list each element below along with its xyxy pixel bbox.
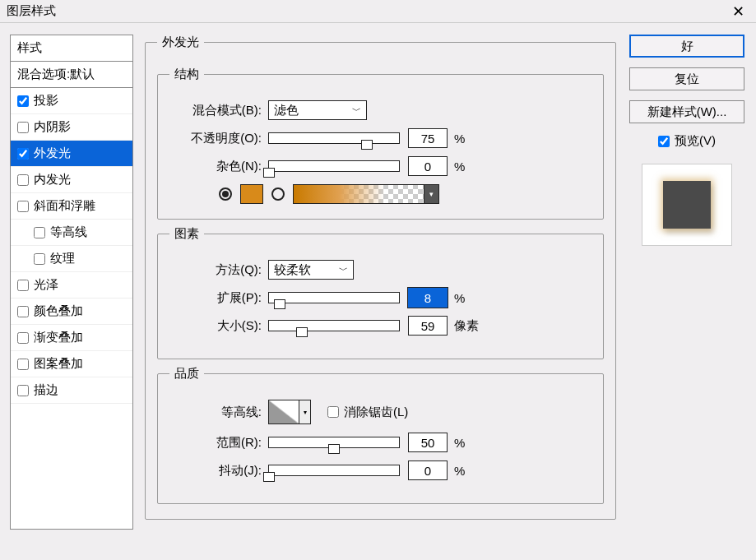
style-label: 纹理 <box>50 251 75 266</box>
style-label: 图案叠加 <box>34 356 83 372</box>
blend-mode-label: 混合模式(B): <box>169 103 268 118</box>
style-checkbox[interactable] <box>17 359 29 370</box>
spread-input[interactable]: 8 <box>408 288 448 308</box>
gradient-picker[interactable] <box>293 184 424 204</box>
style-checkbox[interactable] <box>17 280 29 291</box>
style-item-8[interactable]: 颜色叠加 <box>11 299 132 325</box>
style-item-0[interactable]: 投影 <box>11 88 132 114</box>
new-style-button[interactable]: 新建样式(W)... <box>629 100 744 123</box>
preview-checkbox[interactable]: 预览(V) <box>658 133 716 149</box>
style-item-4[interactable]: 斜面和浮雕 <box>11 193 132 220</box>
noise-slider[interactable] <box>268 160 400 172</box>
contour-picker[interactable] <box>268 400 299 424</box>
structure-legend: 结构 <box>169 67 204 82</box>
opacity-label: 不透明度(O): <box>169 131 268 146</box>
style-checkbox[interactable] <box>34 253 45 265</box>
range-slider[interactable] <box>268 437 400 448</box>
antialias-label: 消除锯齿(L) <box>344 405 408 420</box>
style-label: 内阴影 <box>34 119 71 135</box>
size-input[interactable]: 59 <box>408 316 448 336</box>
style-label: 内发光 <box>34 172 71 187</box>
method-label: 方法(Q): <box>169 262 268 278</box>
style-label: 颜色叠加 <box>34 303 83 319</box>
preview-box <box>642 164 732 246</box>
size-slider[interactable] <box>268 320 400 331</box>
chevron-down-icon: ﹀ <box>339 264 348 276</box>
ok-button[interactable]: 好 <box>629 35 744 58</box>
jitter-unit: % <box>454 464 465 478</box>
opacity-slider[interactable] <box>268 132 400 144</box>
gradient-radio[interactable] <box>271 187 285 201</box>
style-label: 等高线 <box>50 224 87 240</box>
antialias-input[interactable] <box>327 406 339 418</box>
gradient-dropdown-icon[interactable]: ▾ <box>424 184 439 204</box>
style-checkbox[interactable] <box>34 227 45 238</box>
style-checkbox[interactable] <box>17 306 29 317</box>
jitter-input[interactable]: 0 <box>408 460 448 480</box>
style-item-2[interactable]: 外发光 <box>11 141 132 167</box>
style-item-7[interactable]: 光泽 <box>11 272 132 299</box>
style-item-5[interactable]: 等高线 <box>11 220 132 246</box>
style-checkbox[interactable] <box>17 95 29 107</box>
style-item-1[interactable]: 内阴影 <box>11 114 132 141</box>
main-panel: 外发光 结构 混合模式(B): 滤色 ﹀ 不透明度(O): 75 % <box>145 35 616 530</box>
outer-glow-group: 外发光 结构 混合模式(B): 滤色 ﹀ 不透明度(O): 75 % <box>145 35 616 520</box>
antialias-checkbox[interactable]: 消除锯齿(L) <box>327 405 408 420</box>
spread-slider[interactable] <box>268 292 400 303</box>
style-checkbox[interactable] <box>17 385 29 396</box>
range-input[interactable]: 50 <box>408 433 448 452</box>
style-label: 斜面和浮雕 <box>34 198 95 214</box>
style-label: 外发光 <box>34 146 71 161</box>
style-label: 投影 <box>34 93 58 109</box>
range-label: 范围(R): <box>169 435 268 451</box>
opacity-input[interactable]: 75 <box>408 128 448 148</box>
outer-glow-legend: 外发光 <box>157 35 204 50</box>
noise-input[interactable]: 0 <box>408 156 448 176</box>
blend-mode-value: 滤色 <box>274 103 299 118</box>
jitter-slider[interactable] <box>268 465 400 476</box>
style-item-3[interactable]: 内发光 <box>11 167 132 193</box>
quality-legend: 品质 <box>169 366 204 382</box>
chevron-down-icon: ﹀ <box>352 104 361 117</box>
preview-swatch <box>663 181 711 229</box>
style-checkbox[interactable] <box>17 122 29 133</box>
structure-group: 结构 混合模式(B): 滤色 ﹀ 不透明度(O): 75 % 杂色(N): <box>157 67 604 220</box>
opacity-unit: % <box>454 132 465 146</box>
style-checkbox[interactable] <box>17 332 29 344</box>
size-label: 大小(S): <box>169 318 268 334</box>
style-item-9[interactable]: 渐变叠加 <box>11 325 132 351</box>
styles-list: 样式 混合选项:默认 投影内阴影外发光内发光斜面和浮雕等高线纹理光泽颜色叠加渐变… <box>10 35 133 530</box>
style-label: 光泽 <box>34 277 58 293</box>
color-radio[interactable] <box>219 187 232 201</box>
styles-header[interactable]: 样式 <box>11 35 132 62</box>
style-item-6[interactable]: 纹理 <box>11 246 132 272</box>
noise-label: 杂色(N): <box>169 159 268 174</box>
style-checkbox[interactable] <box>17 148 29 160</box>
style-item-11[interactable]: 描边 <box>11 377 132 404</box>
color-swatch[interactable] <box>240 184 263 204</box>
right-panel: 好 复位 新建样式(W)... 预览(V) <box>628 35 746 530</box>
contour-label: 等高线: <box>169 405 268 420</box>
size-unit: 像素 <box>454 318 479 334</box>
method-dropdown[interactable]: 较柔软 ﹀ <box>268 260 354 280</box>
preview-input[interactable] <box>658 136 670 147</box>
blend-mode-dropdown[interactable]: 滤色 ﹀ <box>268 100 367 120</box>
jitter-label: 抖动(J): <box>169 463 268 479</box>
style-checkbox[interactable] <box>17 174 29 186</box>
elements-legend: 图素 <box>169 226 204 242</box>
spread-label: 扩展(P): <box>169 290 268 306</box>
style-item-10[interactable]: 图案叠加 <box>11 351 132 377</box>
spread-unit: % <box>454 291 465 305</box>
quality-group: 品质 等高线: ▾ 消除锯齿(L) 范围(R): 50 <box>157 366 604 504</box>
blending-options[interactable]: 混合选项:默认 <box>11 62 132 88</box>
contour-dropdown-icon[interactable]: ▾ <box>299 400 311 424</box>
style-label: 描边 <box>34 382 58 398</box>
range-unit: % <box>454 436 465 450</box>
style-checkbox[interactable] <box>17 201 29 212</box>
close-icon[interactable]: ✕ <box>727 2 749 21</box>
style-label: 渐变叠加 <box>34 330 83 345</box>
reset-button[interactable]: 复位 <box>629 67 744 90</box>
elements-group: 图素 方法(Q): 较柔软 ﹀ 扩展(P): 8 % 大小(S): <box>157 226 604 359</box>
dialog-title: 图层样式 <box>7 3 727 19</box>
method-value: 较柔软 <box>274 262 311 278</box>
